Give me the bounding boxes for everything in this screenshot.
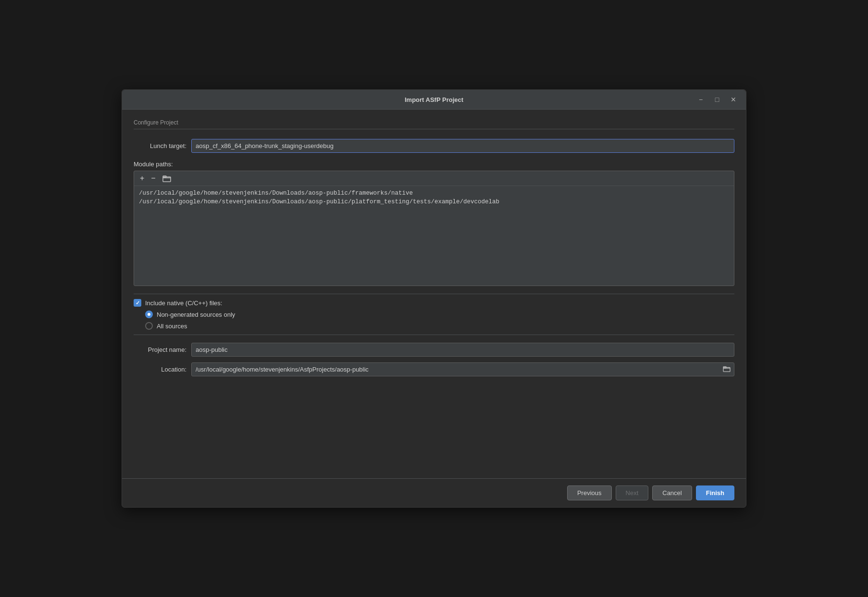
include-native-row: Include native (C/C++) files:: [134, 299, 734, 307]
project-name-section: Project name: Location:: [134, 343, 734, 376]
title-bar: Import ASfP Project − □ ✕: [122, 90, 746, 110]
module-paths-box: + − /usr/local/google/home/stevenjenkins…: [134, 171, 734, 286]
project-name-input[interactable]: [191, 343, 734, 357]
include-native-label: Include native (C/C++) files:: [145, 299, 222, 307]
next-button: Next: [616, 485, 649, 500]
location-row: Location:: [134, 362, 734, 376]
radio-all-sources-row[interactable]: All sources: [145, 322, 734, 330]
finish-button[interactable]: Finish: [696, 485, 734, 500]
location-label: Location:: [134, 366, 186, 373]
location-input[interactable]: [191, 362, 734, 376]
dialog-content: Configure Project Lunch target: Module p…: [122, 110, 746, 478]
radio-non-generated-label: Non-generated sources only: [157, 311, 235, 318]
import-asfp-dialog: Import ASfP Project − □ ✕ Configure Proj…: [122, 89, 746, 508]
module-paths-section: Module paths: + − /usr/local/google/home…: [134, 161, 734, 286]
previous-button[interactable]: Previous: [567, 485, 612, 500]
lunch-target-label: Lunch target:: [134, 142, 186, 149]
lunch-target-row: Lunch target:: [134, 139, 734, 153]
radio-options: Non-generated sources only All sources: [145, 311, 734, 330]
cancel-button[interactable]: Cancel: [652, 485, 692, 500]
list-item: /usr/local/google/home/stevenjenkins/Dow…: [139, 190, 729, 197]
module-paths-list: /usr/local/google/home/stevenjenkins/Dow…: [134, 186, 734, 209]
lunch-target-input[interactable]: [191, 139, 734, 153]
location-input-wrapper: [191, 362, 734, 376]
dialog-footer: Previous Next Cancel Finish: [122, 478, 746, 507]
list-item: /usr/local/google/home/stevenjenkins/Dow…: [139, 199, 729, 205]
native-files-section: Include native (C/C++) files: Non-genera…: [134, 294, 734, 335]
section-header: Configure Project: [134, 119, 734, 129]
radio-non-generated-row[interactable]: Non-generated sources only: [145, 311, 734, 318]
module-paths-toolbar: + −: [134, 171, 734, 186]
radio-non-generated[interactable]: [145, 311, 153, 318]
close-button[interactable]: ✕: [728, 95, 739, 104]
location-browse-button[interactable]: [722, 364, 732, 374]
project-name-row: Project name:: [134, 343, 734, 357]
dialog-title: Import ASfP Project: [405, 96, 463, 103]
titlebar-controls: − □ ✕: [695, 95, 739, 104]
remove-module-path-button[interactable]: −: [148, 173, 158, 184]
add-module-path-button[interactable]: +: [137, 173, 147, 184]
module-paths-label: Module paths:: [134, 161, 734, 168]
project-name-label: Project name:: [134, 346, 186, 353]
minimize-button[interactable]: −: [695, 95, 707, 104]
radio-all-sources[interactable]: [145, 322, 153, 330]
browse-module-path-button[interactable]: [160, 174, 174, 183]
include-native-checkbox[interactable]: [134, 299, 141, 307]
radio-all-sources-label: All sources: [157, 323, 187, 330]
maximize-button[interactable]: □: [711, 95, 723, 104]
